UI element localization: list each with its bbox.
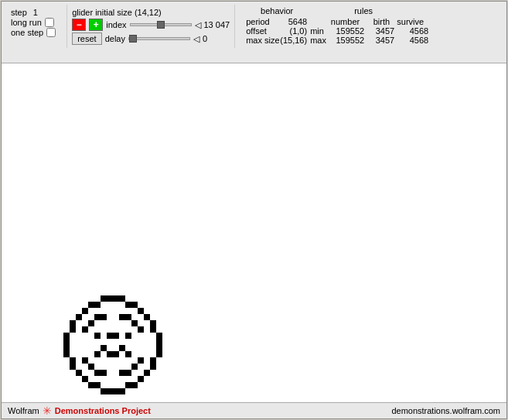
pixel-cell (82, 345, 88, 351)
pixel-cell (119, 382, 125, 388)
pixel-cell (82, 351, 88, 357)
pixel-cell (144, 382, 150, 388)
pixel-cell (138, 339, 144, 345)
pixel-cell (125, 339, 131, 345)
pixel-cell (131, 357, 138, 364)
max-size-value: (15,16) (280, 36, 307, 45)
pixel-cell (82, 326, 88, 333)
pixel-cell (125, 345, 131, 351)
left-controls: step 1 long run one step (6, 5, 60, 40)
pixel-cell (156, 357, 162, 364)
glider-title: glider initial size (14,12) (72, 8, 162, 17)
pixel-cell (131, 382, 138, 388)
pixel-cell (156, 295, 162, 302)
pixel-cell (63, 314, 70, 320)
pixel-cell (131, 314, 138, 320)
pixel-cell (113, 308, 119, 314)
pixel-cell (107, 345, 113, 351)
delay-slider[interactable] (128, 37, 190, 40)
pixel-cell (113, 370, 119, 376)
pixel-cell (88, 351, 94, 357)
pixel-cell (76, 351, 82, 357)
pixel-cell (107, 370, 113, 376)
pixel-cell (63, 370, 70, 376)
number-label: number (321, 17, 360, 26)
pixel-cell (150, 351, 156, 357)
pixel-cell (63, 357, 70, 364)
pixel-cell (156, 333, 162, 339)
pixel-cell (70, 308, 76, 314)
pixel-cell (150, 339, 156, 345)
index-slider[interactable] (130, 23, 192, 26)
canvas-area (2, 63, 506, 402)
pixel-cell (94, 357, 101, 364)
pixel-cell (63, 382, 70, 388)
pixel-cell (76, 302, 82, 308)
pixel-cell (88, 370, 94, 376)
pixel-cell (144, 388, 150, 394)
pixel-cell (150, 302, 156, 308)
maxsize-max-row: max size (15,16) max 159552 3457 4568 (246, 36, 428, 45)
pixel-cell (101, 351, 107, 357)
long-run-checkbox[interactable] (45, 18, 54, 27)
pixel-cell (94, 364, 101, 370)
pixel-cell (107, 320, 113, 326)
pixel-cell (131, 302, 138, 308)
pixel-cell (101, 364, 107, 370)
pixel-cell (144, 333, 150, 339)
survive-label: survive (393, 17, 424, 26)
pixel-cell (113, 345, 119, 351)
long-run-row: long run (11, 18, 56, 27)
pixel-cell (107, 308, 113, 314)
pixel-cell (144, 320, 150, 326)
plus-button[interactable]: + (89, 19, 103, 31)
pixel-cell (94, 302, 101, 308)
wolfram-star-icon: ✳ (43, 405, 52, 417)
pixel-cell (119, 376, 125, 382)
pixel-cell (76, 388, 82, 394)
footer: Wolfram ✳ Demonstrations Project demonst… (2, 402, 506, 418)
right-stats: behavior rules period 5648 number birth … (241, 5, 433, 46)
pixel-cell (156, 376, 162, 382)
offset-value: (1,0) (280, 26, 307, 36)
pixel-cell (82, 314, 88, 320)
pixel-cell (101, 295, 107, 302)
pixel-cell (70, 302, 76, 308)
pixel-cell (131, 370, 138, 376)
minus-button[interactable]: − (72, 19, 86, 31)
pixel-cell (131, 364, 138, 370)
pixel-cell (119, 308, 125, 314)
pixel-cell (156, 382, 162, 388)
pixel-cell (138, 370, 144, 376)
main-window: step 1 long run one step glider initial … (1, 1, 507, 419)
pixel-cell (101, 302, 107, 308)
pixel-cell (76, 382, 82, 388)
pixel-cell (76, 357, 82, 364)
pixel-cell (63, 339, 70, 345)
delay-row: reset delay ◁ 0 (72, 32, 230, 45)
pixel-cell (88, 364, 94, 370)
pixel-cell (70, 345, 76, 351)
pixel-cell (125, 357, 131, 364)
one-step-checkbox[interactable] (46, 28, 56, 37)
pixel-cell (156, 370, 162, 376)
reset-button[interactable]: reset (72, 32, 101, 45)
pixel-cell (144, 339, 150, 345)
pixel-cell (113, 364, 119, 370)
pixel-cell (150, 320, 156, 326)
pixel-cell (125, 302, 131, 308)
pixel-cell (82, 364, 88, 370)
period-label: period (246, 17, 277, 26)
pixel-cell (70, 376, 76, 382)
pixel-cell (63, 351, 70, 357)
pixel-cell (82, 308, 88, 314)
pixel-cell (131, 326, 138, 333)
pixel-cell (144, 302, 150, 308)
pixel-cell (113, 388, 119, 394)
pixel-cell (70, 370, 76, 376)
pixel-cell (63, 295, 70, 302)
pixel-cell (131, 345, 138, 351)
pixel-cell (70, 295, 76, 302)
pixel-cell (150, 370, 156, 376)
pixel-cell (131, 295, 138, 302)
